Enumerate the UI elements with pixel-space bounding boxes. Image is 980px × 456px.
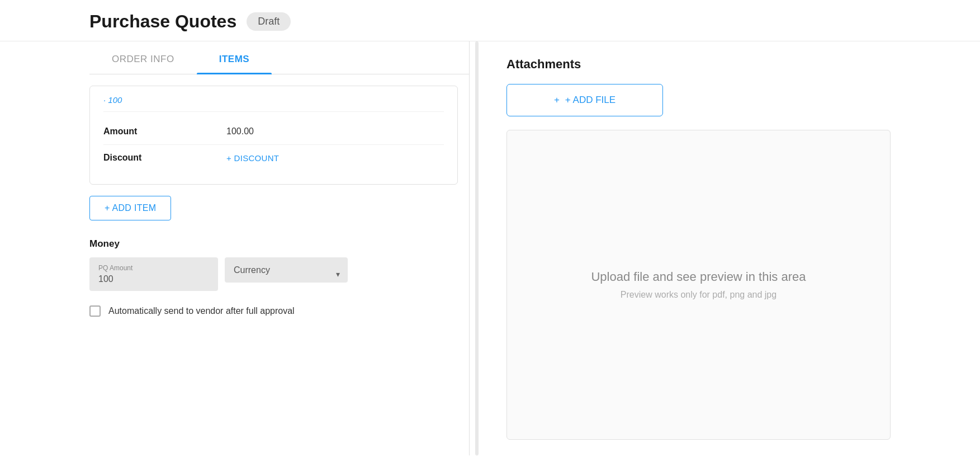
left-panel: ORDER INFO ITEMS · 100 Amount 100.00 Dis… [89, 41, 470, 455]
amount-row: Amount 100.00 [103, 119, 444, 145]
main-content: ORDER INFO ITEMS · 100 Amount 100.00 Dis… [0, 41, 980, 455]
pq-amount-box: PQ Amount 100 [89, 257, 218, 291]
page-container: Purchase Quotes Draft ORDER INFO ITEMS ·… [0, 0, 980, 456]
page-title: Purchase Quotes [89, 11, 236, 32]
pq-amount-value: 100 [98, 274, 209, 284]
tab-items[interactable]: ITEMS [197, 41, 272, 74]
currency-select[interactable]: Currency USD EUR GBP JPY AUD [225, 257, 348, 283]
scroll-divider [475, 41, 479, 455]
discount-row: Discount + DISCOUNT [103, 145, 444, 171]
preview-sub-text: Preview works only for pdf, png and jpg [621, 290, 777, 300]
right-panel: Attachments + + ADD FILE Upload file and… [484, 41, 891, 455]
amount-label: Amount [103, 126, 226, 137]
currency-wrapper[interactable]: Currency USD EUR GBP JPY AUD ▾ [225, 257, 348, 291]
discount-label: Discount [103, 153, 226, 163]
money-fields: PQ Amount 100 Currency USD EUR GBP JPY A… [89, 257, 469, 291]
item-card: · 100 Amount 100.00 Discount + DISCOUNT [89, 86, 458, 185]
preview-main-text: Upload file and see preview in this area [591, 270, 806, 284]
tabs: ORDER INFO ITEMS [89, 41, 469, 74]
preview-area: Upload file and see preview in this area… [506, 130, 891, 440]
status-badge: Draft [247, 12, 291, 31]
attachments-title: Attachments [506, 57, 891, 72]
auto-send-label: Automatically send to vendor after full … [108, 304, 295, 318]
plus-icon: + [554, 95, 560, 106]
auto-send-checkbox[interactable] [89, 305, 101, 317]
checkbox-row: Automatically send to vendor after full … [89, 304, 469, 318]
item-partial-text: · 100 [103, 95, 122, 105]
money-section-label: Money [89, 238, 469, 250]
page-header: Purchase Quotes Draft [0, 0, 980, 41]
add-item-button[interactable]: + ADD ITEM [89, 196, 171, 220]
item-partial-row: · 100 [103, 95, 444, 112]
amount-value: 100.00 [226, 126, 254, 137]
pq-amount-label: PQ Amount [98, 264, 209, 272]
money-section: Money PQ Amount 100 Currency USD EUR GBP… [89, 238, 469, 318]
tab-order-info[interactable]: ORDER INFO [89, 41, 197, 74]
add-file-button[interactable]: + + ADD FILE [506, 84, 663, 116]
discount-link[interactable]: + DISCOUNT [226, 153, 279, 163]
